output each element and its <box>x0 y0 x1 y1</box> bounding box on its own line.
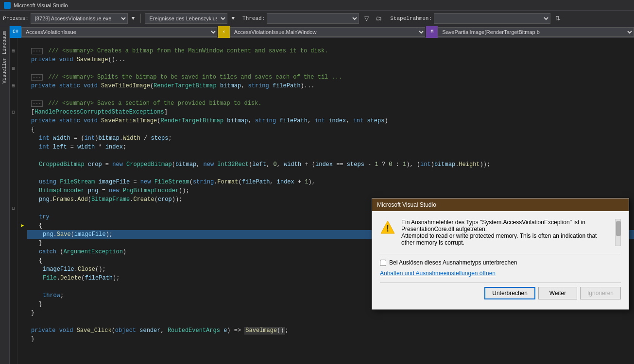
exception-checkbox[interactable] <box>380 260 386 266</box>
pin-icon[interactable]: 🗂 <box>374 13 384 24</box>
stackframe-dropdown[interactable] <box>434 13 550 24</box>
namespace-dropdown[interactable]: AccessViolationIssue <box>21 27 217 37</box>
warning-icon: ! <box>380 220 395 246</box>
vs-icon <box>4 2 11 9</box>
unterbrechen-button[interactable]: Unterbrechen <box>484 287 535 299</box>
editor-main: C# AccessViolationIssue ⚡ AccessViolatio… <box>10 26 634 364</box>
dialog-titlebar: Microsoft Visual Studio <box>372 199 629 211</box>
main-toolbar: Prozess: [8728] AccessViolationIssue.exe… <box>0 11 634 26</box>
code-line-bitmapencoder: BitmapEncoder png = new PngBitmapEncoder… <box>27 186 634 195</box>
code-line-private1: private void SaveImage()... <box>27 55 634 64</box>
code-line-save-click: private void Save_Click(object sender, R… <box>27 326 634 335</box>
thread-label: Thread: <box>242 16 265 21</box>
dialog-body: ! Ein Ausnahmefehler des Typs "System.Ac… <box>372 211 629 309</box>
dialog-title: Microsoft Visual Studio <box>377 201 436 208</box>
filter-icon[interactable]: ▽ <box>361 13 372 24</box>
dialog-scroll-area[interactable]: Ein Ausnahmefehler des Typs "System.Acce… <box>401 219 609 246</box>
dialog-error-detail: Attempted to read or write protected mem… <box>401 232 609 246</box>
collapse-btn-3[interactable]: ⊞ <box>12 83 15 89</box>
code-line-filestream: using FileStream imageFile = new FileStr… <box>27 178 634 186</box>
dialog-buttons: Unterbrechen Weiter Ignorieren <box>380 282 621 301</box>
expand-icon[interactable]: ⇅ <box>552 13 563 24</box>
class-dropdown[interactable]: AccessViolationIssue.MainWindow <box>230 27 426 37</box>
code-line-crop: CroppedBitmap crop = new CroppedBitmap(b… <box>27 160 634 169</box>
lifecycle-dropdown[interactable]: Ereignisse des Lebenszyklus <box>145 13 227 24</box>
settings-link[interactable]: Anhalten und Ausnahmeeinstellungen öffne… <box>380 270 621 277</box>
collapse-btn-try[interactable]: ⊟ <box>12 205 15 211</box>
collapse-margin: ⊞ ⊞ ⊞ ⊟ <box>10 38 17 364</box>
sidebar-tab-label[interactable]: Visueller Livebaum <box>1 28 8 86</box>
dialog-checkbox-area: Bei Auslösen dieses Ausnahmetyps unterbr… <box>380 259 621 266</box>
code-area[interactable]: ⊞ ⊞ ⊞ ⊟ <box>10 38 634 364</box>
weiter-button[interactable]: Weiter <box>538 287 577 299</box>
dialog-scrollbar[interactable] <box>615 219 621 246</box>
thread-dropdown[interactable] <box>267 13 359 24</box>
execution-arrow: ➤ <box>20 222 24 230</box>
code-line-summary3: ··· /// <summary> Saves a section of the… <box>27 99 634 108</box>
dialog-separator <box>380 254 621 254</box>
code-line-method-close: } <box>27 309 634 317</box>
sidebar-panel: Visueller Livebaum <box>0 26 10 364</box>
code-line-summary2: ··· /// <summary> Splits the bitmap to b… <box>27 73 634 82</box>
code-line-attribute: [HandleProcessCorruptedStateExceptions] <box>27 108 634 116</box>
ignorieren-button[interactable]: Ignorieren <box>580 287 621 299</box>
exception-dialog: Microsoft Visual Studio ! <box>372 198 629 310</box>
code-line-int-width: int width = (int)bitmap.Width / steps; <box>27 134 634 143</box>
editor-container: Visueller Livebaum C# AccessViolationIss… <box>0 26 634 364</box>
svg-text:!: ! <box>386 224 389 233</box>
method-dropdown[interactable]: SavePartialImage(RenderTargetBitmap b <box>438 27 634 37</box>
collapse-btn-2[interactable]: ⊞ <box>12 66 15 71</box>
method-icon: M <box>430 29 433 34</box>
gutter: ➤ <box>17 38 27 364</box>
process-label: Prozess: <box>3 16 29 21</box>
toolbar-separator-1 <box>140 14 141 23</box>
nav-bar: C# AccessViolationIssue ⚡ AccessViolatio… <box>10 26 634 38</box>
code-line-static1: private static void SaveTiledImage(Rende… <box>27 82 634 90</box>
cs-icon: C# <box>13 29 18 34</box>
collapse-btn-1[interactable]: ⊞ <box>12 48 15 54</box>
checkbox-label: Bei Auslösen dieses Ausnahmetyps unterbr… <box>389 259 517 266</box>
class-icon: ⚡ <box>223 29 225 35</box>
collapse-btn-4[interactable]: ⊟ <box>12 109 15 115</box>
dialog-error-heading: Ein Ausnahmefehler des Typs "System.Acce… <box>401 219 609 232</box>
title-bar: Microsoft Visual Studio <box>0 0 634 11</box>
code-line-summary1: ··· /// <summary> Creates a bitmap from … <box>27 47 634 55</box>
code-line-class-close: } <box>27 335 634 344</box>
dialog-message-area: ! Ein Ausnahmefehler des Typs "System.Ac… <box>380 219 621 246</box>
code-line-open-brace1: { <box>27 125 634 134</box>
app-title: Microsoft Visual Studio <box>14 2 68 8</box>
code-line-method-sig: private static void SavePartialImage(Ren… <box>27 116 634 125</box>
stackframe-label: Stapelrahmen: <box>390 16 432 21</box>
code-line-int-left: int left = width * index; <box>27 143 634 151</box>
process-dropdown[interactable]: [8728] AccessViolationIssue.exe <box>31 13 128 24</box>
